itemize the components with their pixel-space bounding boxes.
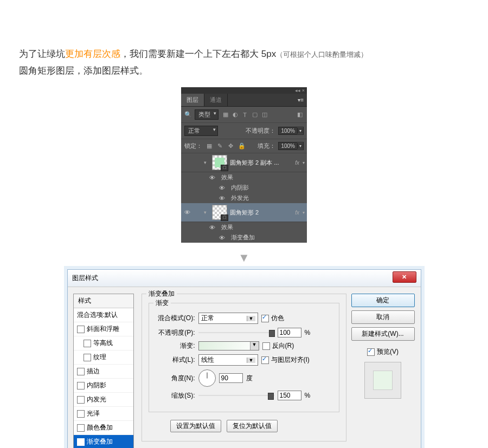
set-default-button[interactable]: 设置为默认值: [170, 420, 221, 432]
dither-checkbox[interactable]: 仿色: [261, 314, 284, 323]
gradient-overlay-section: 渐变叠加 渐变 混合模式(O): 正常▼ 仿色 不透明度(P): 100 %: [142, 294, 346, 441]
layer-thumb[interactable]: ▢: [212, 205, 227, 220]
subsection-legend: 渐变: [153, 298, 171, 308]
effect-row[interactable]: 👁渐变叠加: [181, 232, 307, 243]
arrow-down-icon: ▼: [0, 251, 488, 265]
filter-pixel-icon[interactable]: ▦: [221, 111, 229, 119]
tab-channels[interactable]: 通道: [204, 94, 228, 106]
layer-row[interactable]: ▾ ▢ 圆角矩形 2 副本 ... fx▾: [181, 153, 307, 172]
collapse-icon[interactable]: ◂◂ ×: [295, 88, 305, 93]
style-item-bevel[interactable]: 斜面和浮雕: [74, 322, 133, 336]
pct-label: %: [305, 392, 311, 399]
style-item-texture[interactable]: 纹理: [74, 350, 133, 365]
visibility-icon[interactable]: 👁: [208, 174, 216, 181]
scale-input[interactable]: 150: [278, 391, 301, 400]
lock-all-icon[interactable]: 🔒: [237, 142, 246, 150]
layers-panel: ◂◂ × 图层 通道 ▾≡ 🔍 类型 ▦ ◐ T ▢ ◫ ◧ 正常 不透明度： …: [181, 87, 307, 243]
style-label: 样式(L):: [155, 355, 195, 365]
style-item-color-overlay[interactable]: 颜色叠加: [74, 421, 133, 435]
preview-checkbox[interactable]: 预览(V): [367, 347, 399, 356]
filter-type-select[interactable]: 类型: [195, 109, 219, 120]
blend-mode-select[interactable]: 正常▼: [198, 313, 258, 324]
fx-badge[interactable]: fx: [295, 210, 299, 216]
fx-badge[interactable]: fx: [295, 160, 299, 166]
style-item-gradient-overlay[interactable]: 渐变叠加: [74, 435, 133, 448]
layer-name: 圆角矩形 2 副本 ...: [230, 159, 292, 167]
dialog-titlebar[interactable]: 图层样式 ✕: [68, 270, 421, 287]
visibility-icon[interactable]: 👁: [218, 195, 226, 202]
effect-row[interactable]: 👁效果: [181, 222, 307, 232]
instruction-text: 为了让绿坑更加有层次感，我们需要新建一个上下左右都大 5px（可根据个人口味酌量…: [0, 0, 488, 85]
style-item-stroke[interactable]: 描边: [74, 365, 133, 379]
visibility-icon[interactable]: 👁: [208, 224, 216, 231]
styles-header[interactable]: 样式: [74, 294, 133, 308]
dialog-title: 图层样式: [72, 274, 98, 283]
filter-smart-icon[interactable]: ◫: [260, 111, 268, 119]
checkbox[interactable]: [77, 410, 85, 418]
visibility-icon[interactable]: 👁: [218, 235, 226, 241]
filter-toggle-icon[interactable]: ◧: [296, 111, 304, 119]
scale-label: 缩放(S):: [155, 391, 195, 400]
effect-row[interactable]: 👁外发光: [181, 193, 307, 203]
ok-button[interactable]: 确定: [351, 294, 415, 307]
opacity-label: 不透明度：: [246, 127, 275, 135]
expand-icon[interactable]: ▾: [204, 160, 209, 165]
cancel-button[interactable]: 取消: [351, 310, 415, 324]
layer-row-selected[interactable]: 👁 ▾ ▢ 圆角矩形 2 fx▾: [181, 203, 307, 222]
close-button[interactable]: ✕: [393, 271, 416, 283]
filter-shape-icon[interactable]: ▢: [251, 111, 259, 119]
checkbox[interactable]: [77, 368, 85, 375]
opacity-label: 不透明度(P):: [155, 328, 195, 337]
checkbox-checked[interactable]: [77, 438, 85, 446]
checkbox[interactable]: [77, 326, 85, 333]
expand-icon[interactable]: ▾: [204, 210, 209, 215]
gradient-picker[interactable]: ▼: [198, 341, 259, 350]
filter-kind-icon[interactable]: 🔍: [184, 111, 192, 118]
tab-layers[interactable]: 图层: [181, 94, 204, 106]
opacity-input[interactable]: 100%▾: [278, 127, 304, 135]
fill-label: 填充：: [258, 142, 275, 150]
style-item-satin[interactable]: 光泽: [74, 407, 133, 421]
style-item-inner-shadow[interactable]: 内阴影: [74, 379, 133, 393]
style-item-inner-glow[interactable]: 内发光: [74, 393, 133, 407]
layer-style-dialog: 图层样式 ✕ 样式 混合选项:默认 斜面和浮雕 等高线 纹理 描边 内阴影 内发…: [67, 269, 421, 448]
opacity-slider[interactable]: [198, 329, 274, 336]
blend-mode-label: 混合模式(O):: [155, 314, 195, 323]
preview-swatch: [364, 362, 401, 399]
lock-transparency-icon[interactable]: ▦: [205, 142, 213, 150]
style-item-contour[interactable]: 等高线: [74, 336, 133, 350]
checkbox[interactable]: [84, 340, 91, 347]
effect-row[interactable]: 👁内阴影: [181, 183, 307, 193]
reset-default-button[interactable]: 复位为默认值: [227, 420, 278, 432]
gradient-label: 渐变:: [155, 341, 195, 350]
layer-thumb[interactable]: ▢: [212, 155, 227, 170]
fill-input[interactable]: 100%▾: [278, 142, 304, 150]
angle-input[interactable]: 90: [219, 373, 243, 383]
lock-paint-icon[interactable]: ✎: [216, 142, 224, 150]
new-style-button[interactable]: 新建样式(W)...: [351, 327, 415, 341]
checkbox[interactable]: [77, 396, 85, 404]
panel-menu-icon[interactable]: ▾≡: [294, 96, 307, 104]
pct-label: %: [305, 329, 311, 336]
scale-slider[interactable]: [198, 392, 274, 399]
style-item-blend-options[interactable]: 混合选项:默认: [74, 308, 133, 322]
checkbox[interactable]: [84, 354, 91, 361]
section-legend: 渐变叠加: [146, 289, 177, 298]
visibility-icon[interactable]: 👁: [183, 209, 191, 216]
checkbox[interactable]: [77, 382, 85, 389]
angle-unit: 度: [246, 374, 253, 383]
reverse-checkbox[interactable]: 反向(R): [262, 341, 294, 350]
lock-position-icon[interactable]: ✥: [227, 142, 235, 150]
style-select[interactable]: 线性▼: [198, 354, 258, 366]
filter-adjust-icon[interactable]: ◐: [231, 111, 239, 119]
blend-mode-select[interactable]: 正常: [184, 126, 218, 136]
styles-list: 样式 混合选项:默认 斜面和浮雕 等高线 纹理 描边 内阴影 内发光 光泽 颜色…: [73, 294, 134, 448]
filter-type-icon[interactable]: T: [241, 111, 249, 119]
opacity-input[interactable]: 100: [278, 328, 301, 337]
visibility-icon[interactable]: 👁: [218, 185, 226, 191]
effect-row[interactable]: 👁效果: [181, 172, 307, 183]
angle-dial[interactable]: [198, 369, 216, 387]
align-layer-checkbox[interactable]: 与图层对齐(I): [261, 355, 310, 365]
lock-label: 锁定：: [184, 142, 202, 150]
checkbox[interactable]: [77, 424, 85, 432]
